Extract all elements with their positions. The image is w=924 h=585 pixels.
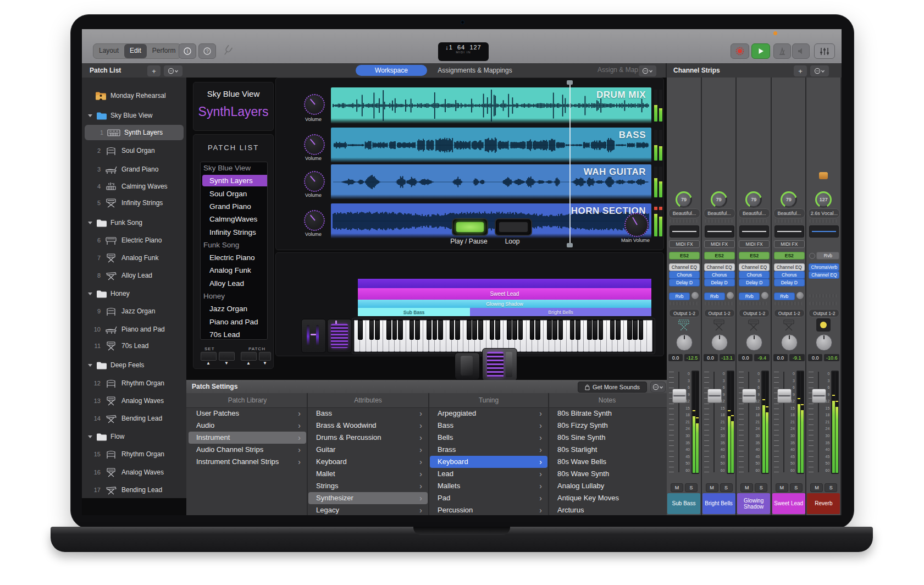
sidebar-item-jazz-organ[interactable]: 9Jazz Organ [82,303,186,319]
solo-button[interactable]: S [825,483,837,492]
insert-slot-chorus[interactable]: Chorus [704,271,735,279]
send-knob[interactable] [761,292,768,299]
patch-list-item[interactable]: Sky Blue View [201,162,268,174]
insert-slot-delay-d[interactable]: Delay D [704,279,735,286]
output-slot[interactable]: Output 1-2 [669,309,700,317]
chevron-down-icon[interactable] [88,114,92,117]
strip-setting-label[interactable]: Beautiful... [773,208,805,218]
eq-thumbnail[interactable] [739,225,769,238]
playhead-handle-top[interactable] [567,80,573,85]
patch-list-item[interactable]: Soul Organ [201,188,268,200]
strip-gain-knob[interactable]: 79 [745,191,762,208]
insert-slot-channel-eq[interactable]: Channel EQ [739,263,770,271]
master-levels-button[interactable] [814,43,835,59]
layer-zone-top[interactable] [358,279,651,288]
browser-item-80s-sine-synth[interactable]: 80s Sine Synth [550,432,665,444]
sidebar-item-bending-lead[interactable]: 14Bending Lead [82,411,186,426]
tab-workspace[interactable]: Workspace [356,65,427,76]
patch-down-button[interactable] [259,352,271,361]
browser-item-keyboard[interactable]: Keyboard› [430,456,547,468]
pan-knob[interactable] [816,334,832,351]
layer-zone-glowing-shadow[interactable]: Glowing Shadow [358,300,651,308]
sidebar-item-calming-waves[interactable]: 4Calming Waves [82,179,186,194]
patch-list-item[interactable]: Alloy Lead [201,278,268,289]
strip-name-label[interactable]: Glowing Shadow [737,493,770,514]
patch-list-action-menu-icon[interactable] [163,65,183,77]
strip-gain-knob[interactable]: 79 [676,191,692,208]
info-button[interactable]: i [179,43,196,59]
play-pause-button[interactable] [452,218,488,236]
eq-thumbnail[interactable] [774,225,804,238]
insert-slot-chorus[interactable]: Chorus [774,271,805,279]
sidebar-item-grand-piano[interactable]: 3Grand Piano [82,162,186,177]
insert-slot-channel-eq[interactable]: Channel EQ [809,271,839,279]
browser-item-bass[interactable]: Bass› [308,407,428,420]
sidebar-item-70s-lead[interactable]: 1170s Lead [82,338,186,354]
browser-item-mallets[interactable]: Mallets› [430,480,547,492]
split-zone-sub-bass[interactable]: Sub Bass [358,308,470,316]
browser-item-user-patches[interactable]: User Patches› [189,407,306,420]
playhead[interactable] [569,85,571,243]
sidebar-item-monday-rehearsal[interactable]: Monday Rehearsal [82,88,186,103]
strip-name-label[interactable]: Bright Bells [702,493,735,514]
main-volume-knob[interactable] [624,213,649,237]
pitch-mod-wheels[interactable] [301,319,326,353]
speaker-icon[interactable] [792,43,810,59]
input-circle-icon[interactable] [809,253,815,259]
get-more-sounds-button[interactable]: Get More Sounds [578,382,647,393]
patch-up-button[interactable] [241,352,257,361]
layer-zone-sweet-lead[interactable]: Sweet Lead [358,288,651,300]
browser-item-bass[interactable]: Bass› [430,420,547,432]
insert-slot-channel-eq[interactable]: Channel EQ [774,263,805,271]
sidebar-item-deep-feels[interactable]: Deep Feels [82,357,186,373]
mode-button-edit[interactable]: Edit [124,44,147,58]
mute-button[interactable]: M [776,483,788,492]
browser-item-pad[interactable]: Pad› [430,492,547,504]
track-volume-knob[interactable] [304,134,325,155]
workspace-action-menu-icon[interactable] [638,65,657,77]
chevron-down-icon[interactable] [88,222,92,224]
mute-button[interactable]: M [706,483,718,492]
patch-list-add-button[interactable]: + [147,65,161,77]
sidebar-item-rhythm-organ[interactable]: 12Rhythm Organ [82,376,186,391]
playhead-handle-bottom[interactable] [567,243,573,247]
midi-fx-slot[interactable]: MIDI FX [669,240,700,248]
browser-item-guitar[interactable]: Guitar› [308,444,428,456]
browser-item-antique-key-moves[interactable]: Antique Key Moves [550,492,665,504]
sidebar-item-soul-organ[interactable]: 2Soul Organ [82,143,186,158]
insert-slot-delay-d[interactable]: Delay D [739,279,770,286]
sidebar-item-analog-waves[interactable]: 16Analog Waves [82,465,186,480]
insert-slot-chorus[interactable]: Chorus [669,271,700,279]
track-volume-knob[interactable] [304,94,325,115]
midi-fx-slot[interactable]: MIDI FX [739,240,770,248]
sidebar-item-analog-funk[interactable]: 7Analog Funk [82,250,186,266]
mode-button-perform[interactable]: Perform [147,44,181,58]
strip-setting-label[interactable]: Beautiful... [704,208,735,218]
mute-button[interactable]: M [810,483,823,492]
drawbar-controller[interactable] [327,319,352,353]
send-slot-rvb[interactable]: Rvb [704,292,725,300]
solo-button[interactable]: S [685,483,698,492]
insert-slot-delay-d[interactable]: Delay D [669,279,700,286]
eq-thumbnail[interactable] [705,225,734,238]
expression-pedal[interactable] [455,352,480,380]
patch-list-item[interactable]: Infinity Strings [201,227,268,238]
strip-name-label[interactable]: Reverb [807,493,840,514]
browser-item-instrument-channel-strips[interactable]: Instrument Channel Strips› [189,456,306,468]
pan-knob[interactable] [781,334,798,351]
browser-item-lead[interactable]: Lead› [430,468,547,480]
send-knob[interactable] [796,292,804,299]
browser-item-legacy[interactable]: Legacy› [308,504,428,515]
insert-slot-delay-d[interactable]: Delay D [774,279,805,286]
browser-item-synthesizer[interactable]: Synthesizer› [308,492,428,504]
channel-strips-add-button[interactable]: + [793,65,807,77]
instrument-slot-es2[interactable]: ES2 [739,252,770,260]
sidebar-item-analog-waves[interactable]: 13Analog Waves [82,393,186,409]
sidebar-item-alloy-lead[interactable]: 8Alloy Lead [82,268,186,283]
browser-item-instrument[interactable]: Instrument› [189,432,306,444]
send-knob[interactable] [727,292,734,299]
play-button[interactable] [751,43,770,59]
patch-list-item[interactable]: Piano and Pad [201,316,268,328]
loop-button[interactable] [495,218,532,236]
instrument-slot-es2[interactable]: ES2 [774,252,805,260]
